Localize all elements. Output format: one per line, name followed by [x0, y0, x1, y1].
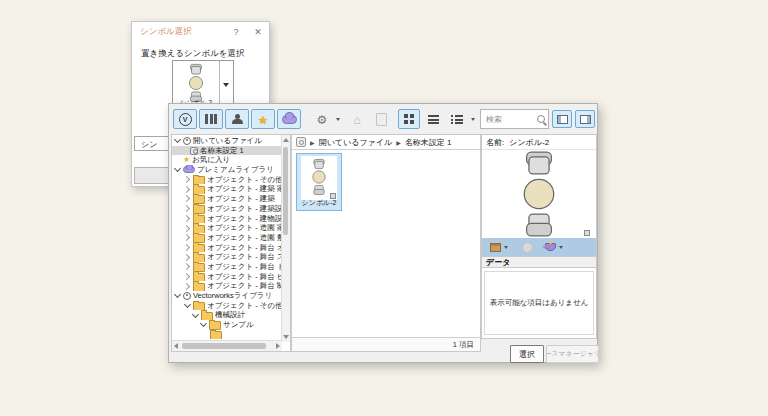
dialog-titlebar[interactable]: シンボル選択 ? ✕ — [132, 22, 269, 42]
breadcrumb-separator-icon: ▶ — [310, 139, 315, 146]
tree-item-folder[interactable]: オブジェクト - その他 — [172, 175, 282, 185]
symbol-tile-selected[interactable]: シンボル-2 — [296, 153, 342, 211]
cloud-icon — [183, 166, 195, 173]
tree-item-folder[interactable]: オブジェクト - 造園 家具 — [172, 223, 282, 233]
tree-item-premium-library[interactable]: プレミアムライブラリ — [172, 165, 282, 175]
folder-icon — [193, 205, 205, 213]
chevron-right-icon[interactable] — [184, 283, 191, 290]
close-icon[interactable]: ✕ — [247, 27, 269, 37]
grid-view-button[interactable] — [398, 109, 420, 129]
tree-item-folder[interactable]: オブジェクト - 造園 敷地 — [172, 233, 282, 243]
chevron-right-icon[interactable] — [184, 273, 191, 280]
view-options-dropdown-icon[interactable] — [471, 118, 475, 121]
folder-icon — [193, 186, 205, 194]
tree-horizontal-scrollbar[interactable] — [172, 340, 282, 351]
chevron-down-icon[interactable] — [174, 292, 181, 299]
settings-dropdown-icon[interactable] — [336, 118, 340, 121]
tree-item-folder[interactable] — [172, 330, 282, 340]
vectorworks-home-button[interactable] — [173, 109, 197, 129]
chevron-right-icon[interactable] — [184, 195, 191, 202]
search-input[interactable] — [484, 114, 537, 125]
chevron-right-icon[interactable] — [184, 215, 191, 222]
tree-item-folder[interactable]: 機械設計 — [172, 310, 282, 320]
chevron-right-icon[interactable] — [184, 234, 191, 241]
breadcrumb-current[interactable]: 名称未設定 1 — [405, 137, 452, 148]
folder-icon — [193, 263, 205, 271]
clipboard-icon — [376, 113, 387, 126]
chevron-down-icon[interactable] — [504, 246, 508, 249]
chevron-right-icon[interactable] — [184, 205, 191, 212]
tree-item-folder[interactable]: オブジェクト - 舞台 制御 — [172, 281, 282, 291]
scroll-down-icon[interactable] — [283, 335, 289, 339]
dialog-title: シンボル選択 — [132, 26, 225, 38]
data-empty-message: 表示可能な項目はありません — [484, 271, 594, 335]
right-panel-toggle-button[interactable] — [575, 110, 595, 128]
chevron-right-icon[interactable] — [184, 263, 191, 270]
tree-item-folder[interactable]: オブジェクト - 舞台 ビデ — [172, 272, 282, 282]
resource-grid[interactable]: シンボル-2 — [292, 150, 480, 338]
scroll-right-icon[interactable] — [276, 343, 280, 349]
help-icon[interactable]: ? — [225, 27, 247, 37]
chevron-down-icon[interactable] — [174, 166, 181, 173]
detail-view-button[interactable] — [446, 109, 468, 129]
user-content-button[interactable] — [225, 109, 249, 129]
chevron-right-icon[interactable] — [184, 186, 191, 193]
tree-item-folder[interactable]: オブジェクト - 建築 家具 — [172, 184, 282, 194]
tree-item-folder[interactable]: オブジェクト - その他 — [172, 301, 282, 311]
file-icon — [296, 137, 306, 147]
home-folder-button[interactable] — [346, 109, 368, 129]
list-view-button[interactable] — [422, 109, 444, 129]
folder-icon — [209, 321, 221, 329]
libraries-button[interactable] — [199, 109, 223, 129]
chevron-down-icon[interactable] — [200, 321, 207, 328]
desktop: シンボル選択 ? ✕ 置き換えるシンボルを選択 シンボル-2 シン — [0, 0, 768, 416]
chevron-down-icon[interactable] — [192, 312, 199, 319]
favorites-button[interactable] — [251, 109, 275, 129]
breadcrumb-root[interactable]: 開いているファイル — [319, 137, 393, 148]
folder-icon — [193, 273, 205, 281]
plan-view-icon[interactable] — [490, 243, 501, 252]
folder-icon — [210, 331, 222, 339]
scrollbar-thumb[interactable] — [182, 343, 266, 349]
resource-browser-pane: ▶ 開いているファイル ▶ 名称未設定 1 — [291, 134, 481, 352]
tree-item-open-files[interactable]: 開いているファイル — [172, 136, 282, 146]
scroll-up-icon[interactable] — [283, 138, 289, 142]
detail-view-icon — [455, 115, 463, 124]
tree-vertical-scrollbar[interactable] — [281, 135, 290, 342]
show-in-resource-manager-button[interactable]: リソースマネージャで表示 — [546, 345, 599, 363]
tree-item-favorites[interactable]: お気に入り — [172, 155, 282, 165]
chevron-down-icon[interactable] — [174, 137, 181, 144]
tree-item-folder[interactable]: オブジェクト - 舞台 トラ — [172, 262, 282, 272]
tree-item-untitled[interactable]: 名称未設定 1 — [172, 146, 282, 156]
chevron-down-icon[interactable] — [184, 302, 191, 309]
render-mode-icon[interactable] — [522, 242, 533, 253]
scrollbar-thumb[interactable] — [283, 147, 288, 235]
tree-item-folder[interactable]: オブジェクト - 建物設備 — [172, 214, 282, 224]
select-button[interactable]: 選択 — [510, 345, 544, 363]
folder-icon — [193, 234, 205, 242]
symbol-graphic — [306, 158, 332, 196]
3d-view-icon[interactable] — [545, 243, 556, 251]
symbol-graphic — [508, 148, 570, 240]
tree-item-folder[interactable]: オブジェクト - 建築設備 — [172, 204, 282, 214]
tree-item-folder[interactable]: オブジェクト - 建築 — [172, 194, 282, 204]
tree-item-folder[interactable]: オブジェクト - 舞台 オー — [172, 243, 282, 253]
chevron-right-icon[interactable] — [184, 225, 191, 232]
settings-button[interactable] — [311, 109, 333, 129]
chevron-right-icon[interactable] — [184, 176, 191, 183]
symbol-thumbnail — [301, 156, 337, 200]
cloud-button[interactable] — [277, 109, 301, 129]
scroll-left-icon[interactable] — [174, 343, 178, 349]
left-panel-toggle-button[interactable] — [552, 110, 572, 128]
dropdown-button[interactable] — [219, 61, 232, 109]
tree-item-folder[interactable]: オブジェクト - 舞台 ステ — [172, 252, 282, 262]
tree-item-vectorworks-library[interactable]: Vectorworksライブラリ — [172, 291, 282, 301]
tree-item-folder[interactable]: サンプル — [172, 320, 282, 330]
paste-button[interactable] — [370, 109, 392, 129]
chevron-right-icon[interactable] — [184, 254, 191, 261]
search-field[interactable] — [480, 109, 549, 129]
chevron-down-icon[interactable] — [559, 246, 563, 249]
folder-icon — [193, 302, 205, 310]
item-count: 1 項目 — [453, 340, 474, 350]
chevron-right-icon[interactable] — [184, 244, 191, 251]
